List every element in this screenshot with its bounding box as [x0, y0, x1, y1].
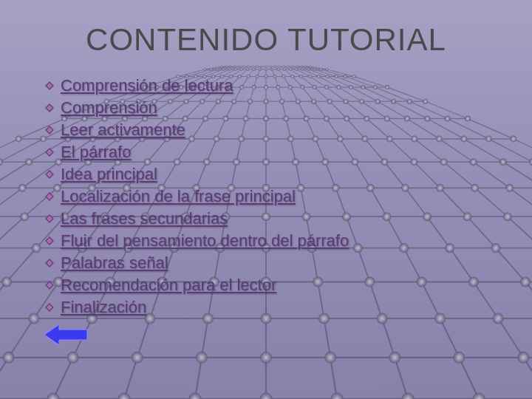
list-item: Palabras señal	[44, 253, 502, 273]
svg-point-840	[260, 393, 273, 400]
toc-link[interactable]: Idea principal	[61, 165, 157, 184]
toc-link[interactable]: Localización de la frase principal	[61, 187, 296, 206]
svg-point-841	[331, 393, 344, 400]
diamond-bullet-icon	[44, 169, 55, 180]
toc-link[interactable]: El párrafo	[61, 143, 131, 162]
svg-marker-867	[44, 324, 87, 345]
list-item: El párrafo	[44, 143, 502, 162]
toc-link[interactable]: Recomendación para el lector	[61, 276, 276, 295]
list-item: Leer activamente	[44, 120, 502, 140]
list-item: Recomendación para el lector	[44, 276, 502, 295]
list-item: Localización de la frase principal	[44, 187, 502, 206]
svg-point-842	[402, 393, 415, 400]
toc-link[interactable]: Comprensión	[61, 98, 157, 117]
diamond-bullet-icon	[44, 280, 55, 290]
list-item: Comprensión de lectura	[44, 76, 502, 95]
list-item: Las frases secundarias	[44, 209, 502, 228]
toc-link[interactable]: Comprensión de lectura	[61, 76, 233, 95]
diamond-bullet-icon	[44, 258, 55, 268]
toc-link[interactable]: Palabras señal	[61, 253, 168, 273]
toc-link[interactable]: Las frases secundarias	[61, 209, 228, 228]
list-item: Comprensión	[44, 98, 502, 117]
list-item: Finalización	[44, 298, 502, 317]
toc-list: Comprensión de lecturaComprensiónLeer ac…	[30, 76, 502, 317]
diamond-bullet-icon	[44, 191, 55, 202]
toc-link[interactable]: Leer activamente	[61, 120, 185, 140]
diamond-bullet-icon	[44, 236, 55, 246]
page-title: CONTENIDO TUTORIAL	[30, 22, 502, 58]
diamond-bullet-icon	[44, 81, 55, 91]
svg-point-838	[118, 393, 131, 400]
toc-link[interactable]: Fluir del pensamiento dentro del párrafo	[61, 231, 349, 250]
svg-point-839	[189, 393, 202, 400]
svg-point-843	[473, 393, 485, 400]
diamond-bullet-icon	[44, 302, 55, 313]
diamond-bullet-icon	[44, 214, 55, 224]
svg-point-837	[47, 393, 60, 400]
diamond-bullet-icon	[44, 103, 55, 113]
list-item: Fluir del pensamiento dentro del párrafo	[44, 231, 502, 250]
diamond-bullet-icon	[44, 125, 55, 135]
diamond-bullet-icon	[44, 147, 55, 157]
toc-link[interactable]: Finalización	[61, 298, 146, 317]
list-item: Idea principal	[44, 165, 502, 184]
back-arrow-button[interactable]	[44, 324, 89, 345]
